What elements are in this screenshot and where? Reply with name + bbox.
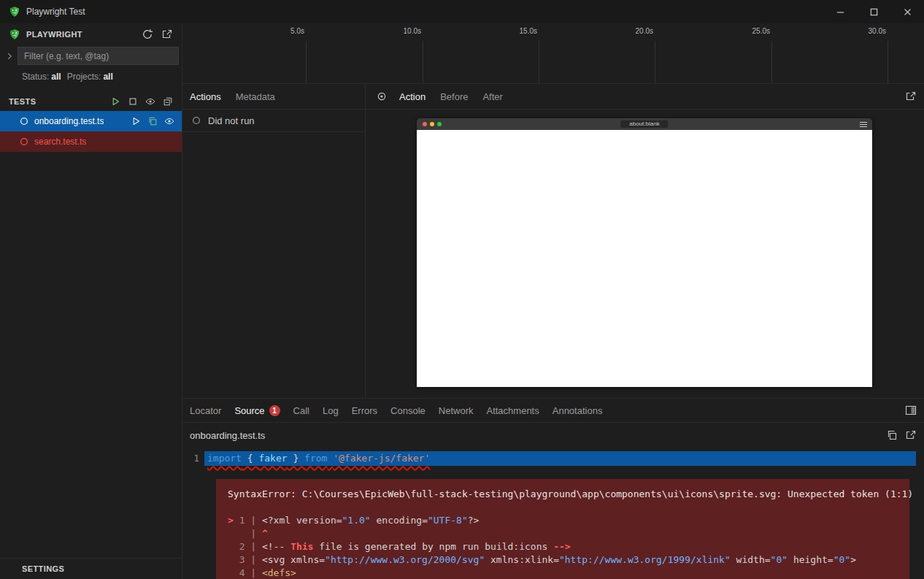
code-token: import xyxy=(207,453,242,464)
traffic-light-dots xyxy=(423,122,442,126)
test-name: onboarding.test.ts xyxy=(34,116,104,126)
tab-actions[interactable]: Actions xyxy=(182,84,228,109)
tab-errors[interactable]: Errors xyxy=(345,399,384,422)
tab-attachments[interactable]: Attachments xyxy=(480,399,545,422)
tab-metadata[interactable]: Metadata xyxy=(228,84,282,109)
tab-locator[interactable]: Locator xyxy=(183,399,228,422)
error-frame-line: 3 | <svg xmlns="http://www.w3.org/2000/s… xyxy=(228,553,898,567)
timeline-tick: 20.0s xyxy=(612,23,655,83)
code-token: > xyxy=(850,554,856,565)
status-value: all xyxy=(51,72,61,82)
test-status-circle-icon xyxy=(19,116,29,126)
code-token: "0" xyxy=(833,554,850,565)
source-code-view[interactable]: 1 import { faker } from '@faker-js/faker… xyxy=(182,448,924,579)
maximize-icon xyxy=(869,7,879,18)
code-token: <!-- xyxy=(262,541,290,552)
code-token: <defs> xyxy=(262,567,296,578)
close-button[interactable] xyxy=(890,0,924,23)
status-circle-icon xyxy=(191,115,201,126)
error-count-badge: 1 xyxy=(269,405,280,416)
copy-icon[interactable] xyxy=(886,429,898,441)
test-status-circle-icon xyxy=(19,137,29,147)
tick-gridline xyxy=(423,41,423,83)
code-token: 4 | xyxy=(228,567,262,578)
address-bar: about:blank xyxy=(620,120,668,128)
sidebar-brand: PLAYWRIGHT xyxy=(26,30,136,39)
error-message: SyntaxError: C:\Courses\EpicWeb\full-sta… xyxy=(228,488,898,501)
sidebar: PLAYWRIGHT Status:allProjects:all TESTS xyxy=(0,23,182,579)
code-token: "UTF-8" xyxy=(428,515,468,526)
browser-snapshot: about:blank xyxy=(417,118,872,387)
code-token: "http://www.w3.org/1999/xlink" xyxy=(559,554,731,565)
code-token: 3 | xyxy=(228,554,262,565)
copy-icon[interactable] xyxy=(147,116,158,126)
open-source-external-icon[interactable] xyxy=(905,429,917,441)
watch-all-eye-icon[interactable] xyxy=(145,96,155,107)
tick-label: 20.0s xyxy=(636,27,653,35)
settings-title: SETTINGS xyxy=(22,564,64,573)
timeline-tick: 30.0s xyxy=(844,23,888,83)
maximize-button[interactable] xyxy=(857,0,890,23)
tab-label: Before xyxy=(440,91,468,102)
timeline-tick: 15.0s xyxy=(496,23,539,83)
chevron-right-icon[interactable] xyxy=(4,51,15,61)
test-item-search[interactable]: search.test.ts xyxy=(0,131,182,152)
code-token: "http://www.w3.org/2000/svg" xyxy=(325,554,485,565)
tab-action[interactable]: Action xyxy=(392,84,433,109)
code-token: xmlns:xlink= xyxy=(485,554,559,565)
watch-test-eye-icon[interactable] xyxy=(164,116,174,126)
open-window-icon[interactable] xyxy=(161,28,173,40)
tab-label: Log xyxy=(323,405,339,416)
error-frame-line: 2 | <!-- This file is generated by npm r… xyxy=(228,540,898,553)
code-token: | xyxy=(228,528,262,539)
code-token: '@faker-js/faker' xyxy=(333,453,430,464)
split-columns-icon[interactable] xyxy=(905,404,917,416)
run-test-icon[interactable] xyxy=(131,116,141,126)
status-label: Status: xyxy=(22,72,49,82)
playwright-logo-icon xyxy=(9,6,20,18)
tab-label: Action xyxy=(399,91,426,102)
collapse-all-icon[interactable] xyxy=(163,96,173,107)
run-all-icon[interactable] xyxy=(110,96,120,107)
source-file-header: onboarding.test.ts xyxy=(182,423,924,448)
tab-annotations[interactable]: Annotations xyxy=(546,399,609,422)
tab-log[interactable]: Log xyxy=(316,399,345,422)
stop-icon[interactable] xyxy=(128,96,138,107)
tick-label: 30.0s xyxy=(869,27,886,35)
syntax-error-block: SyntaxError: C:\Courses\EpicWeb\full-sta… xyxy=(216,479,909,579)
test-name: search.test.ts xyxy=(34,137,86,147)
tab-label: After xyxy=(482,91,502,102)
code-token: } xyxy=(288,453,304,464)
tab-before[interactable]: Before xyxy=(433,84,475,109)
close-icon xyxy=(902,7,913,18)
code-token: ^ xyxy=(262,528,268,539)
tab-call[interactable]: Call xyxy=(287,399,316,422)
tab-label: Attachments xyxy=(486,405,539,416)
timeline-tick: 5.0s xyxy=(263,23,307,83)
playwright-ui-window: Playwright Test PLAYWRIGHT Status:allPro… xyxy=(0,0,924,579)
tab-console[interactable]: Console xyxy=(384,399,432,422)
browser-chrome-bar: about:blank xyxy=(417,118,872,130)
tick-gridline xyxy=(655,41,655,83)
filter-input[interactable] xyxy=(18,47,179,65)
actions-tabbar: Actions Metadata xyxy=(182,84,365,110)
target-icon xyxy=(376,91,388,102)
tab-label: Locator xyxy=(190,405,221,416)
open-snapshot-external-icon[interactable] xyxy=(905,91,917,102)
tab-label: Errors xyxy=(352,405,377,416)
tab-source[interactable]: Source 1 xyxy=(228,399,286,422)
minimize-button[interactable] xyxy=(823,0,857,23)
pick-locator-button[interactable] xyxy=(371,84,392,109)
tab-after[interactable]: After xyxy=(475,84,509,109)
settings-section-header[interactable]: SETTINGS xyxy=(0,558,182,579)
timeline[interactable]: 5.0s 10.0s 15.0s 20.0s 25.0s 30.0s xyxy=(182,23,924,84)
test-item-onboarding[interactable]: onboarding.test.ts xyxy=(0,111,182,131)
line-number: 1 xyxy=(182,451,204,466)
tab-network[interactable]: Network xyxy=(432,399,480,422)
refresh-icon[interactable] xyxy=(142,28,153,40)
code-token: width= xyxy=(731,554,771,565)
timeline-tick: 25.0s xyxy=(728,23,772,83)
sidebar-header: PLAYWRIGHT xyxy=(0,23,182,45)
tab-label: Console xyxy=(390,405,426,416)
tests-section-header: TESTS xyxy=(0,92,182,111)
